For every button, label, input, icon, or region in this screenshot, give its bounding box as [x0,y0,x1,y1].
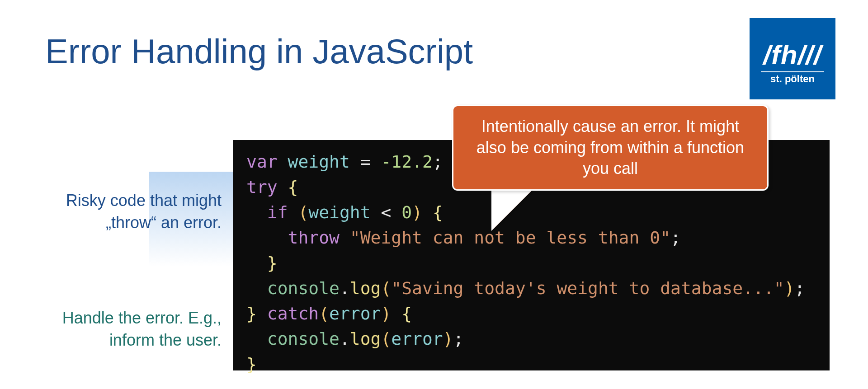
paren-close-3: ) [381,304,391,323]
fh-logo: /fh/// st. pölten [750,18,835,99]
obj-console-2: console [267,329,340,349]
meth-log-1: log [350,278,381,298]
brace-close-2: } [267,253,278,273]
paren-open-4: ( [381,329,391,349]
callout-text: Intentionally cause an error. It might a… [467,116,754,179]
str-log: "Saving today's weight to database..." [391,278,784,298]
paren-open-2: ( [381,278,391,298]
brace-open-1: { [288,177,298,197]
op-eq: = [350,152,381,172]
paren-close-2: ) [784,278,795,298]
slide-title: Error Handling in JavaScript [45,32,473,71]
callout-bubble: Intentionally cause an error. It might a… [452,105,769,191]
semi-2: ; [670,228,681,248]
kw-try: try [246,177,278,197]
semi-1: ; [433,152,443,172]
brace-close-1: } [246,304,257,323]
id-error: error [329,304,381,323]
id-weight-2: weight [308,202,370,222]
kw-throw: throw [288,228,340,248]
paren-close-4: ) [443,329,453,349]
paren-open-3: ( [319,304,329,323]
semi-3: ; [795,278,805,298]
fh-logo-main: /fh/// [763,42,821,69]
meth-log-2: log [350,329,381,349]
paren-close-1: ) [412,202,422,222]
annotation-try: Risky code that might „throw“ an error. [41,190,222,234]
fh-logo-sub: st. pölten [761,71,824,85]
semi-4: ; [453,329,464,349]
brace-close-3: } [246,354,257,374]
id-weight: weight [288,152,350,172]
dot-1: . [340,278,350,298]
id-error-2: error [391,329,443,349]
num-val: -12.2 [381,152,432,172]
brace-open-3: { [401,304,412,323]
obj-console-1: console [267,278,340,298]
op-lt: < [371,202,402,222]
callout-tail [493,189,533,230]
paren-open-1: ( [298,202,308,222]
kw-catch: catch [267,304,319,323]
kw-if: if [267,202,288,222]
kw-var: var [246,152,278,172]
brace-open-2: { [433,202,443,222]
annotation-catch: Handle the error. E.g., inform the user. [41,307,222,351]
dot-2: . [340,329,350,349]
num-zero: 0 [401,202,412,222]
